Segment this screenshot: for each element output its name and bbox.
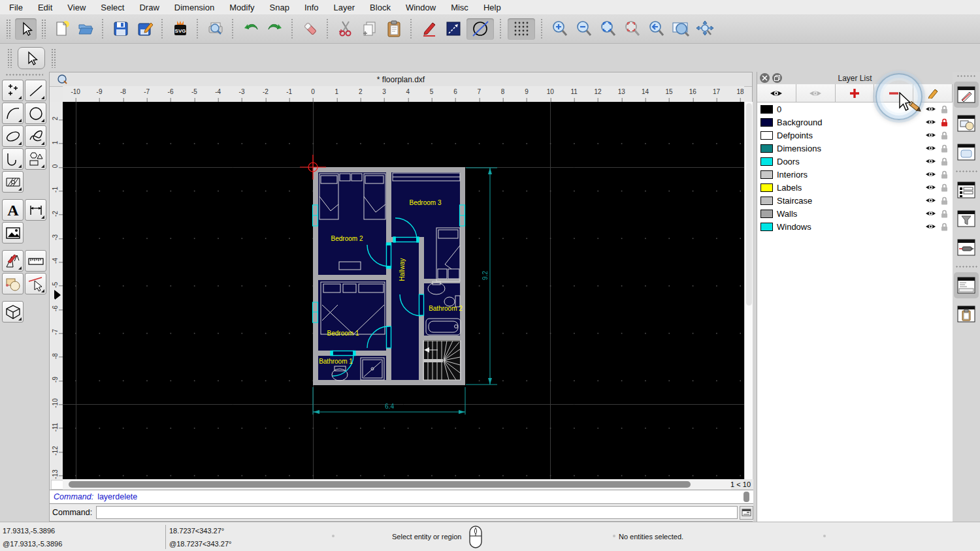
cut-button[interactable] <box>335 18 356 40</box>
zoom-auto-button[interactable] <box>597 18 619 40</box>
zoom-previous-button[interactable] <box>621 18 643 40</box>
menu-modify[interactable]: Modify <box>229 3 254 12</box>
save-button[interactable] <box>110 18 131 40</box>
menu-help[interactable]: Help <box>483 3 501 12</box>
menu-layer[interactable]: Layer <box>334 3 355 12</box>
shapes-tool[interactable] <box>25 148 46 170</box>
layer-visibility-icon[interactable] <box>925 105 936 113</box>
menu-select[interactable]: Select <box>101 3 124 12</box>
toolbar-grip2[interactable] <box>41 19 46 39</box>
layer-row[interactable]: 0 <box>757 102 953 116</box>
undo-button[interactable] <box>240 18 261 40</box>
layer-lock-icon[interactable] <box>941 131 948 140</box>
zoom-window-button[interactable] <box>670 18 691 40</box>
layer-lock-icon[interactable] <box>941 118 948 127</box>
delete-tool[interactable] <box>25 273 46 294</box>
dock-pen-widget-button[interactable] <box>954 82 979 108</box>
hatch-tool[interactable] <box>2 171 24 193</box>
drawing-canvas[interactable]: Bedroom 2 Bedroom 3 Bedroom 1 Bathroom 1… <box>63 102 744 479</box>
image-tool[interactable] <box>2 222 24 244</box>
keyboard-toggle-button[interactable] <box>740 506 753 520</box>
dock-grip[interactable] <box>956 74 976 78</box>
redo-button[interactable] <box>264 18 286 40</box>
arc-tool[interactable] <box>2 102 24 124</box>
layer-lock-icon[interactable] <box>941 210 948 218</box>
close-panel-button[interactable] <box>760 73 770 83</box>
menu-snap[interactable]: Snap <box>270 3 289 12</box>
layer-row[interactable]: Background <box>757 116 953 129</box>
vscroll-thumb[interactable] <box>746 103 752 306</box>
layer-lock-icon[interactable] <box>941 170 948 179</box>
panel-expander-arrow[interactable] <box>54 290 60 299</box>
polyline-tool[interactable] <box>2 148 24 170</box>
menu-info[interactable]: Info <box>304 3 319 12</box>
spline-tool[interactable] <box>25 125 46 147</box>
zoom-pan-button[interactable] <box>694 18 715 40</box>
layer-visibility-icon[interactable] <box>925 157 936 165</box>
save-as-button[interactable] <box>134 18 155 40</box>
paste-button[interactable] <box>383 18 404 40</box>
dimension-tool[interactable] <box>25 199 46 221</box>
menu-dimension[interactable]: Dimension <box>174 3 214 12</box>
layer-lock-icon[interactable] <box>941 223 948 231</box>
layer-visibility-icon[interactable] <box>925 131 936 139</box>
toolbar-grip[interactable] <box>6 19 10 39</box>
menu-file[interactable]: File <box>9 3 23 12</box>
draw-line-button[interactable] <box>442 18 464 40</box>
layer-lock-icon[interactable] <box>941 197 948 205</box>
layer-visibility-icon[interactable] <box>925 223 936 230</box>
undock-panel-button[interactable] <box>772 73 782 83</box>
layer-row[interactable]: Labels <box>757 181 953 194</box>
points-tool[interactable] <box>2 80 24 101</box>
show-all-layers-button[interactable] <box>757 84 796 102</box>
isometric-circle-button[interactable] <box>466 18 494 40</box>
layer-lock-icon[interactable] <box>941 144 948 153</box>
order-tool[interactable] <box>2 273 24 294</box>
layer-row[interactable]: Windows <box>757 220 953 233</box>
measure-tool[interactable] <box>25 250 46 272</box>
action-toolbar-grip2[interactable] <box>51 48 56 68</box>
select-button[interactable] <box>15 18 37 40</box>
menu-misc[interactable]: Misc <box>451 3 468 12</box>
circle-tool[interactable] <box>25 102 46 124</box>
print-preview-button[interactable] <box>204 18 226 40</box>
grid-toggle-button[interactable] <box>508 18 535 40</box>
zoom-out-button[interactable] <box>573 18 595 40</box>
layer-visibility-icon[interactable] <box>925 144 936 152</box>
svg-export-button[interactable]: SVG <box>169 18 191 40</box>
layer-lock-icon[interactable] <box>941 157 948 166</box>
current-action-select-button[interactable] <box>18 47 45 69</box>
new-file-button[interactable] <box>50 18 72 40</box>
layer-lock-icon[interactable] <box>941 183 948 192</box>
layer-visibility-icon[interactable] <box>925 197 936 204</box>
hscroll-thumb[interactable] <box>69 481 691 488</box>
horizontal-scrollbar[interactable] <box>63 479 731 490</box>
dock-library-widget-button[interactable] <box>954 139 979 165</box>
dock-block-widget-button[interactable] <box>954 110 979 136</box>
layer-row[interactable]: Staircase <box>757 194 953 207</box>
layer-lock-icon[interactable] <box>941 105 948 114</box>
open-file-button[interactable] <box>74 18 96 40</box>
layer-row[interactable]: Defpoints <box>757 129 953 142</box>
layer-visibility-icon[interactable] <box>925 210 936 217</box>
edit-pen-button[interactable] <box>418 18 440 40</box>
menu-draw[interactable]: Draw <box>139 3 159 12</box>
palette-grip[interactable] <box>5 73 43 77</box>
dock-clipboard-button[interactable] <box>954 301 979 327</box>
copy-button[interactable] <box>359 18 380 40</box>
layer-row[interactable]: Walls <box>757 207 953 220</box>
menu-view[interactable]: View <box>67 3 86 12</box>
vertical-scrollbar[interactable] <box>744 102 753 479</box>
history-scrollbar[interactable] <box>743 492 749 502</box>
line-tool[interactable] <box>25 80 46 101</box>
hide-all-layers-button[interactable] <box>796 84 836 102</box>
modify-tool[interactable] <box>2 250 24 272</box>
menu-block[interactable]: Block <box>370 3 391 12</box>
dock-filter-button[interactable] <box>954 206 979 232</box>
action-toolbar-grip[interactable] <box>7 48 12 68</box>
ellipse-tool[interactable] <box>2 125 24 147</box>
command-input[interactable] <box>96 506 738 519</box>
add-layer-button[interactable] <box>836 84 875 102</box>
layer-row[interactable]: Dimensions <box>757 142 953 155</box>
zoom-in-button[interactable] <box>549 18 570 40</box>
